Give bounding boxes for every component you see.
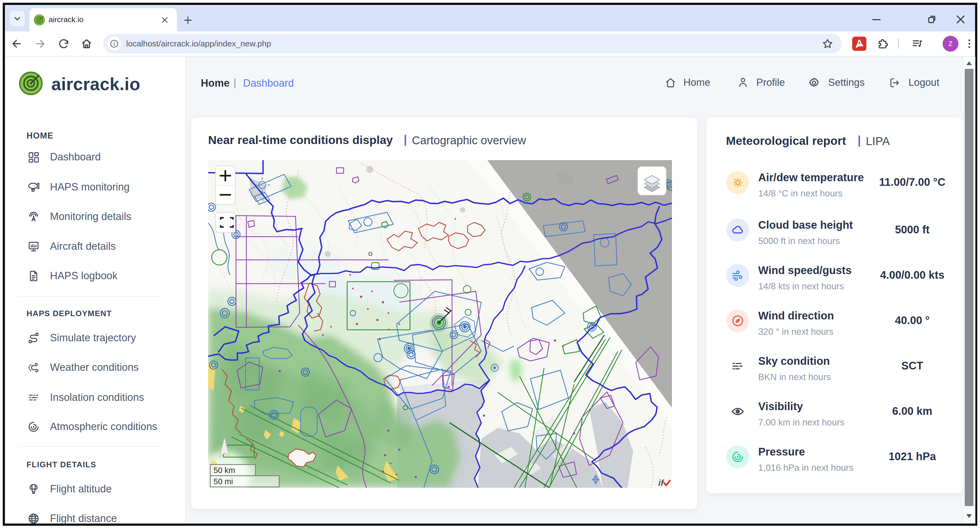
svg-text:50 mi: 50 mi: [213, 477, 233, 486]
svg-text:50 km: 50 km: [213, 466, 235, 475]
